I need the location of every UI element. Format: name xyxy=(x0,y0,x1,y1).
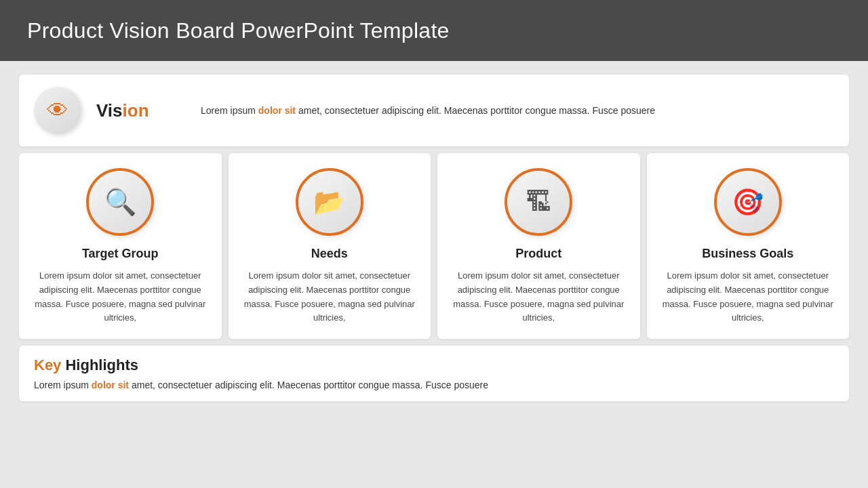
highlights-title-highlight: Key xyxy=(34,357,61,373)
vision-title-highlight: ion xyxy=(123,100,149,121)
main-content: 👁 Vision Lorem ipsum dolor sit amet, con… xyxy=(0,65,868,411)
business-goals-icon-wrap: 🎯 xyxy=(714,168,782,236)
vision-title-regular: Vis xyxy=(96,100,123,121)
target-group-icon-wrap: 🔍 xyxy=(86,168,154,236)
vision-text-after: amet, consectetuer adipiscing elit. Maec… xyxy=(296,105,655,116)
vision-section: 👁 Vision Lorem ipsum dolor sit amet, con… xyxy=(19,75,849,146)
highlights-text-highlight: dolor sit xyxy=(92,380,129,390)
needs-text: Lorem ipsum dolor sit amet, consectetuer… xyxy=(239,269,420,325)
card-product: 🏗 Product Lorem ipsum dolor sit amet, co… xyxy=(437,153,640,339)
business-goals-title: Business Goals xyxy=(702,247,793,261)
target-group-title: Target Group xyxy=(82,247,159,261)
needs-icon: 📂 xyxy=(313,187,345,217)
eye-icon: 👁 xyxy=(47,98,68,123)
target-group-text: Lorem ipsum dolor sit amet, consectetuer… xyxy=(30,269,211,325)
product-icon: 🏗 xyxy=(526,188,551,217)
card-business-goals: 🎯 Business Goals Lorem ipsum dolor sit a… xyxy=(647,153,850,339)
business-goals-text: Lorem ipsum dolor sit amet, consectetuer… xyxy=(658,269,839,325)
highlights-text-before: Lorem ipsum xyxy=(34,380,92,390)
highlights-title-regular: Highlights xyxy=(61,357,138,373)
highlights-description: Lorem ipsum dolor sit amet, consectetuer… xyxy=(34,380,834,390)
vision-title: Vision xyxy=(96,100,171,121)
needs-title: Needs xyxy=(311,247,348,261)
cards-row: 🔍 Target Group Lorem ipsum dolor sit ame… xyxy=(19,153,849,339)
product-title: Product xyxy=(515,247,561,261)
highlights-section: Key Highlights Lorem ipsum dolor sit ame… xyxy=(19,346,849,401)
target-group-icon: 🔍 xyxy=(104,187,136,217)
highlights-text-after: amet, consectetuer adipiscing elit. Maec… xyxy=(129,380,488,390)
product-icon-wrap: 🏗 xyxy=(505,168,572,236)
product-text: Lorem ipsum dolor sit amet, consectetuer… xyxy=(448,269,629,325)
header: Product Vision Board PowerPoint Template xyxy=(0,0,868,61)
vision-description: Lorem ipsum dolor sit amet, consectetuer… xyxy=(201,104,655,118)
highlights-title: Key Highlights xyxy=(34,357,834,374)
card-target-group: 🔍 Target Group Lorem ipsum dolor sit ame… xyxy=(19,153,222,339)
vision-icon-wrap: 👁 xyxy=(34,87,81,134)
business-goals-icon: 🎯 xyxy=(732,187,764,217)
card-needs: 📂 Needs Lorem ipsum dolor sit amet, cons… xyxy=(229,153,431,339)
vision-text-highlight: dolor sit xyxy=(258,105,296,116)
vision-text-before: Lorem ipsum xyxy=(201,105,258,116)
needs-icon-wrap: 📂 xyxy=(296,168,363,236)
page-title: Product Vision Board PowerPoint Template xyxy=(27,18,450,43)
